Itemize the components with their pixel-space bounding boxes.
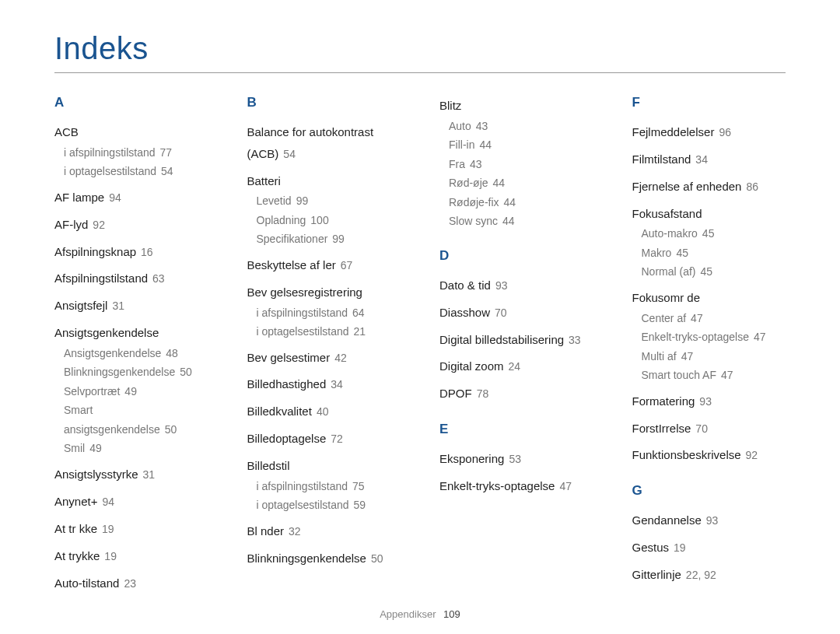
index-entry: Digital zoom24	[439, 356, 593, 377]
index-entry: Enkelt-tryks-optagelse47	[439, 475, 593, 497]
index-entry: Dato & tid93	[439, 275, 593, 296]
index-page: 96	[719, 126, 731, 138]
index-entry: Funktionsbeskrivelse92	[632, 444, 786, 466]
index-entry: Gendannelse93	[632, 510, 786, 531]
index-entry: Eksponering53	[439, 448, 593, 470]
index-subentry: Smart touch AF47	[642, 366, 786, 385]
index-subentry: Rød-øje44	[449, 173, 593, 193]
index-entry: At tr kke19	[54, 518, 208, 540]
index-entry: ForstIrrelse70	[632, 418, 786, 440]
index-entry: FokusafstandAuto-makro45Makro45Normal (a…	[632, 203, 786, 282]
index-term: AF-lyd92	[54, 214, 208, 236]
index-entry: Billedhastighed34	[247, 373, 401, 395]
index-page: 32	[289, 525, 301, 538]
index-entry: Filmtilstand34	[632, 149, 786, 170]
index-entry: AnsigtsgenkendelseAnsigtsgenkendelse48Bl…	[54, 322, 208, 458]
index-page: 93	[699, 395, 712, 408]
index-term: Beskyttelse af ler67	[247, 254, 401, 276]
index-page: 92	[746, 449, 758, 461]
index-page: 63	[152, 272, 165, 285]
index-page: 50	[180, 366, 192, 378]
index-page: 16	[141, 246, 153, 258]
index-section: FFejlmeddelelser96Filmtilstand34Fjernels…	[632, 95, 786, 466]
index-subentry: Fra43	[449, 155, 593, 174]
index-subentry: Smil49	[64, 439, 208, 458]
index-page: 94	[109, 191, 121, 204]
index-subentry: Smart ansigtsgenkendelse50	[64, 401, 208, 439]
index-page: 54	[161, 165, 173, 177]
index-page: 47	[559, 480, 572, 492]
index-page: 72	[331, 433, 343, 445]
index-term: Bev gelsesregistrering	[247, 282, 401, 303]
index-term: At tr kke19	[54, 518, 208, 540]
index-letter: B	[247, 95, 401, 110]
index-section: GGendannelse93Gestus19Gitterlinje22, 92	[632, 483, 786, 586]
index-term: Enkelt-tryks-optagelse47	[439, 475, 593, 497]
title-divider	[54, 72, 786, 73]
index-subentry: Blinkningsgenkendelse50	[64, 363, 208, 382]
index-entry: Auto-tilstand23	[54, 573, 208, 594]
footer-page-number: 109	[443, 608, 460, 620]
index-page: 45	[702, 227, 715, 240]
index-entry: Bl nder32	[247, 520, 401, 542]
index-term: Afspilningsknap16	[54, 241, 208, 263]
index-entry: BatteriLevetid99Opladning100Specifikatio…	[247, 170, 401, 249]
index-entry: Ansigtslysstyrke31	[54, 464, 208, 485]
index-subentry: Opladning100	[257, 211, 401, 230]
index-term: Blinkningsgenkendelse50	[247, 548, 401, 569]
index-subentry: Makro45	[642, 243, 786, 263]
index-term: Bev gelsestimer42	[247, 347, 401, 369]
index-entry: BlitzAuto43Fill-in44Fra43Rød-øje44Rødøje…	[439, 95, 593, 231]
index-entry: Billedkvalitet40	[247, 401, 401, 422]
index-page: 24	[509, 360, 521, 373]
index-page: 19	[102, 523, 114, 535]
index-term: Ansigtsgenkendelse	[54, 322, 208, 344]
index-entry: Billedoptagelse72	[247, 428, 401, 450]
index-entry: Bev gelsestimer42	[247, 347, 401, 369]
index-page: 33	[569, 334, 581, 346]
index-entry: Blinkningsgenkendelse50	[247, 548, 401, 569]
index-page: 59	[354, 499, 366, 511]
index-page: 99	[296, 194, 309, 207]
index-page: 93	[495, 279, 508, 292]
index-entry: Ansigtsfejl31	[54, 295, 208, 317]
page-title: Indeks	[54, 31, 786, 66]
index-page: 78	[477, 387, 489, 400]
index-page: 47	[681, 350, 694, 363]
index-term: Bl nder32	[247, 520, 401, 542]
index-entry: Afspilningstilstand63	[54, 268, 208, 289]
index-subentry: Auto-makro45	[642, 224, 786, 243]
index-subentry: i optagelsestilstand21	[257, 322, 401, 342]
index-term: Anynet+94	[54, 491, 208, 513]
index-page: 31	[143, 468, 156, 481]
index-page: 43	[476, 120, 488, 132]
index-entry: Billedstili afspilningstilstand75i optag…	[247, 455, 401, 515]
index-term: Balance for autokontrast (ACB)54	[247, 121, 401, 165]
index-page: 86	[746, 180, 758, 193]
index-term: At trykke19	[54, 545, 208, 567]
index-page: 99	[332, 233, 345, 245]
index-page: 48	[166, 347, 178, 359]
index-page: 47	[691, 312, 703, 324]
index-subentry: Slow sync44	[449, 212, 593, 231]
index-term: Fejlmeddelelser96	[632, 121, 786, 143]
index-subentry: Fill-in44	[449, 135, 593, 155]
index-page: 53	[509, 453, 521, 465]
index-entry: Fjernelse af enheden86	[632, 176, 786, 198]
index-term: Blitz	[439, 95, 593, 117]
index-term: DPOF78	[439, 383, 593, 405]
index-page: 50	[165, 423, 177, 436]
index-page: 50	[371, 552, 383, 565]
index-entry: AF lampe94	[54, 187, 208, 208]
index-term: Billedoptagelse72	[247, 428, 401, 450]
index-page: 67	[341, 259, 353, 271]
index-section: BBalance for autokontrast (ACB)54Batteri…	[247, 95, 401, 569]
index-term: Gestus19	[632, 537, 786, 559]
index-column: BBalance for autokontrast (ACB)54Batteri…	[247, 95, 401, 611]
index-page: 70	[695, 422, 708, 435]
index-term: Funktionsbeskrivelse92	[632, 444, 786, 466]
index-term: Digital zoom24	[439, 356, 593, 377]
index-page: 31	[112, 299, 124, 312]
index-entry: Formatering93	[632, 391, 786, 412]
index-subentry: Levetid99	[257, 191, 401, 211]
